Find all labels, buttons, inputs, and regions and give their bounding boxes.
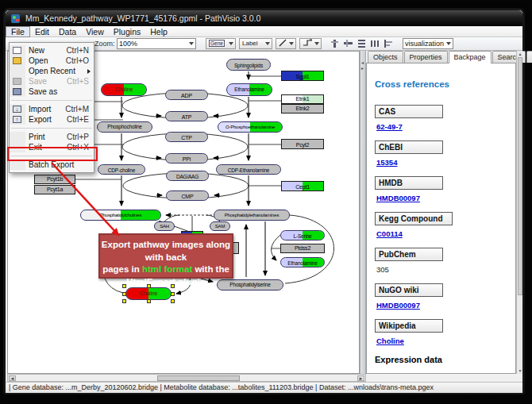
- title-bar[interactable]: Mm_Kennedy_pathway_WP1771_45176.gpml - P…: [6, 10, 522, 26]
- selection-handle[interactable]: [147, 299, 151, 303]
- pathway-node-sam[interactable]: SAM: [210, 221, 230, 231]
- pathway-node-sgpl1[interactable]: Sgpl1: [281, 71, 324, 81]
- file-menu-save-as[interactable]: Save as: [10, 87, 94, 97]
- distribute-vertical-icon[interactable]: [357, 39, 368, 48]
- label-tool-button[interactable]: Label: [239, 38, 272, 49]
- pathway-node-pcyt2[interactable]: Pcyt2: [281, 139, 324, 149]
- pathway-node-ctp[interactable]: CTP: [165, 132, 208, 142]
- pathway-node-phosphatidylethanolamines[interactable]: Phosphatidylethanolamines: [214, 210, 290, 221]
- pathway-node-adp[interactable]: ADP: [165, 90, 208, 100]
- selection-handle[interactable]: [122, 299, 126, 303]
- tab-backpage[interactable]: Backpage: [449, 51, 492, 63]
- pathway-node-sah[interactable]: SAH: [154, 221, 175, 231]
- align-middle-icon[interactable]: [343, 39, 354, 48]
- tab-legend[interactable]: Legend: [526, 51, 532, 63]
- export-icon: ↑: [13, 116, 21, 123]
- scroll-down-icon[interactable]: ▼: [518, 368, 522, 373]
- cross-references-heading: Cross references: [375, 79, 515, 89]
- pathway-node-cdp_ethanolamine[interactable]: CDP-Ethanolamine: [216, 164, 281, 175]
- save-icon: [13, 78, 21, 85]
- pathway-node-cmp[interactable]: CMP: [166, 190, 209, 201]
- scrollbar-thumb[interactable]: [157, 375, 240, 381]
- pathway-node-ethanolamine_bottom[interactable]: Ethanolamine: [280, 257, 325, 267]
- file-menu-open[interactable]: OpenCtrl+O: [10, 56, 94, 66]
- selection-handle[interactable]: [171, 299, 175, 303]
- save-as-icon: [13, 88, 21, 95]
- database-name: Wikipedia: [375, 319, 443, 333]
- side-panel-scrollbar[interactable]: ▲ ▼: [516, 51, 522, 374]
- line-icon: [279, 39, 287, 47]
- connector-tool-button[interactable]: [299, 38, 322, 49]
- pathway-node-choline_top[interactable]: Choline: [101, 83, 147, 96]
- pathway-node-ppi[interactable]: PPi: [165, 153, 208, 164]
- selection-handle[interactable]: [171, 292, 175, 296]
- scroll-up-icon[interactable]: ▲: [518, 52, 522, 56]
- menu-plugins[interactable]: Plugins: [109, 26, 145, 37]
- pathway-node-dag_aag[interactable]: DAG/AAG: [166, 171, 209, 181]
- file-menu-save[interactable]: SaveCtrl+S: [10, 76, 94, 87]
- file-menu-print[interactable]: PrintCtrl+P: [10, 132, 94, 142]
- chevron-down-icon: [189, 42, 194, 45]
- tab-properties[interactable]: Properties: [404, 51, 448, 63]
- menu-edit[interactable]: Edit: [30, 26, 54, 37]
- xref-section-kegg: Kegg Compound C00114: [375, 212, 515, 240]
- pathway-node-cdp_choline[interactable]: CDP-choline: [98, 164, 145, 175]
- pathway-node-o_phosphoethanolamine[interactable]: O-Phosphoethanolamine: [218, 121, 283, 133]
- align-left-icon[interactable]: [384, 39, 395, 48]
- xref-section-pubchem: PubChem 305: [375, 248, 515, 276]
- menu-file[interactable]: File: [6, 26, 30, 37]
- chevron-down-icon: [229, 42, 233, 45]
- splitter-grip-icon[interactable]: ◂▸: [361, 60, 364, 71]
- xref-link[interactable]: Choline: [376, 337, 404, 345]
- pathway-node-pcyt1b[interactable]: Pcyt1b: [34, 175, 75, 184]
- screenshot-root: Mm_Kennedy_pathway_WP1771_45176.gpml - P…: [0, 0, 532, 404]
- pathway-node-ethanolamine_top[interactable]: Ethanolamine: [226, 83, 272, 96]
- datanode-tool-button[interactable]: Gene: [206, 38, 236, 49]
- xref-section-hmdb: HMDB HMDB00097: [375, 176, 515, 205]
- pathway-node-l_serine[interactable]: L-Serine: [280, 230, 325, 240]
- file-menu-open-recent[interactable]: Open Recent: [10, 66, 94, 76]
- panel-splitter[interactable]: ◂▸: [360, 51, 366, 374]
- selection-handle[interactable]: [122, 284, 126, 288]
- line-tool-button[interactable]: [276, 38, 296, 49]
- pathway-node-ptdss2[interactable]: Ptdss2: [280, 244, 325, 253]
- batch-export-highlight-rectangle: [7, 147, 98, 161]
- canvas-hscrollbar[interactable]: ◄ ►: [7, 374, 366, 382]
- menu-help[interactable]: Help: [145, 26, 172, 37]
- menu-view[interactable]: View: [81, 26, 109, 37]
- pathway-node-phosphocholine[interactable]: Phosphocholine: [97, 121, 152, 133]
- xref-link[interactable]: C00114: [376, 229, 403, 238]
- pathway-node-etnk1[interactable]: Etnk1: [281, 94, 324, 104]
- pathway-node-sphingolipids[interactable]: Sphingolipids: [226, 59, 271, 71]
- file-menu-export[interactable]: ↑ ExportCtrl+E: [10, 114, 94, 125]
- selection-handle[interactable]: [171, 284, 175, 288]
- menu-data[interactable]: Data: [54, 26, 81, 37]
- file-menu-import[interactable]: ↓ ImportCtrl+M: [10, 104, 94, 114]
- pathway-node-etnk2[interactable]: Etnk2: [281, 104, 324, 114]
- selection-handle[interactable]: [122, 292, 126, 296]
- scrollbar-thumb[interactable]: [518, 57, 522, 295]
- tab-objects[interactable]: Objects: [368, 51, 403, 63]
- xref-link[interactable]: HMDB00097: [376, 194, 420, 202]
- pathway-node-pcyt1a[interactable]: Pcyt1a: [34, 185, 75, 194]
- xref-link[interactable]: HMDB00097: [376, 301, 420, 310]
- file-menu-new[interactable]: NewCtrl+N: [10, 45, 94, 56]
- status-bar: | Gene database: ...m_Derby_20120602.bri…: [6, 382, 522, 393]
- selection-handle[interactable]: [147, 284, 151, 288]
- xref-link[interactable]: 62-49-7: [376, 122, 403, 131]
- align-center-icon[interactable]: [330, 39, 341, 48]
- database-name: Kegg Compound: [375, 212, 453, 225]
- pathway-node-phosphatidylcholines[interactable]: Phosphatidylcholines: [80, 210, 161, 221]
- pathway-node-atp[interactable]: ATP: [165, 111, 208, 121]
- chevron-down-icon: [265, 42, 270, 45]
- pathway-node-choline_selected[interactable]: Choline: [125, 287, 172, 300]
- visualization-combobox[interactable]: visualization: [403, 38, 453, 49]
- zoom-combobox[interactable]: 100%: [117, 38, 196, 49]
- scroll-left-icon[interactable]: ◄: [9, 375, 16, 381]
- distribute-horizontal-icon[interactable]: [370, 39, 381, 48]
- xref-link[interactable]: 15354: [376, 158, 397, 167]
- scroll-right-icon[interactable]: ►: [357, 375, 364, 381]
- zoom-label: Zoom:: [94, 40, 115, 48]
- side-panel-tabs: Objects Properties Backpage Search Legen…: [366, 51, 516, 63]
- pathway-node-cept1[interactable]: Cept1: [281, 181, 324, 191]
